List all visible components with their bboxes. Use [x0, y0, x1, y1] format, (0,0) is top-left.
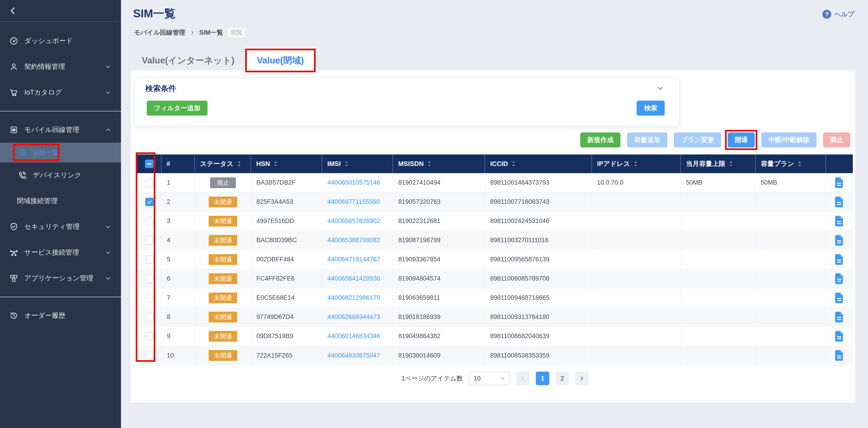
imsi-link[interactable]: 440065641428930 — [327, 275, 380, 282]
row-checkbox[interactable] — [145, 313, 154, 321]
breadcrumb-item[interactable]: モバイル回線管理 — [134, 28, 185, 37]
imsi-link[interactable]: 440069771155560 — [327, 198, 379, 206]
sidebar-item-label: 閉域接続管理 — [17, 196, 58, 206]
cell-select — [137, 307, 162, 327]
imsi-link[interactable]: 440065657828902 — [327, 217, 380, 225]
sort-icon[interactable] — [345, 161, 348, 167]
sidebar-item-service-connection[interactable]: サービス接続管理 — [0, 240, 121, 265]
sort-icon[interactable] — [237, 161, 241, 167]
sidebar-item-label: サービス接続管理 — [24, 248, 79, 257]
sidebar-item-contract-info[interactable]: 契約情報管理 — [0, 54, 121, 80]
search-button[interactable]: 検索 — [637, 101, 665, 116]
prev-page-button[interactable] — [516, 372, 530, 385]
cell-num: 5 — [162, 250, 195, 269]
column-label: 当月容量上限 — [686, 159, 725, 168]
row-checkbox[interactable] — [145, 255, 154, 264]
cell-status: 廃止 — [195, 173, 251, 192]
cell-msisdn: 819063659811 — [393, 288, 485, 307]
detail-button[interactable] — [834, 311, 844, 323]
column-header-iccid[interactable]: ICCID — [485, 154, 592, 173]
action-button-プラン変更[interactable]: プラン変更 — [674, 132, 721, 147]
action-button-廃止[interactable]: 廃止 — [823, 132, 850, 147]
chevron-right-icon — [579, 375, 585, 381]
sidebar-item-label: アプリケーション管理 — [24, 274, 93, 283]
imsi-link[interactable]: 440062666944473 — [327, 313, 380, 320]
row-checkbox[interactable] — [145, 351, 154, 360]
add-filter-button[interactable]: フィルター追加 — [147, 101, 208, 116]
imsi-link[interactable]: 440064833875047 — [327, 352, 380, 359]
sidebar-collapse-icon[interactable] — [8, 6, 18, 16]
column-header-plan[interactable]: 容量プラン — [756, 154, 826, 173]
detail-button[interactable] — [834, 292, 844, 304]
page-button-1[interactable]: 1 — [536, 372, 549, 385]
tab-value-closed[interactable]: Value(閉域) — [246, 50, 315, 70]
cell-plan — [755, 288, 826, 307]
detail-button[interactable] — [834, 215, 844, 227]
cell-text: 1 — [167, 179, 170, 186]
cell-detail — [826, 192, 852, 211]
sidebar-item-closed-network[interactable]: 閉域接続管理 — [0, 188, 121, 214]
tab-bar: Value(インターネット) Value(閉域) — [130, 50, 315, 70]
action-button-新規作成[interactable]: 新規作成 — [580, 132, 620, 147]
row-checkbox[interactable] — [145, 179, 154, 187]
sidebar-item-sim-list[interactable]: SIM一覧 — [0, 143, 121, 162]
tab-value-internet[interactable]: Value(インターネット) — [130, 50, 246, 70]
sort-icon[interactable] — [634, 161, 638, 167]
imsi-link[interactable]: 440060146834346 — [327, 333, 380, 340]
sidebar-item-order-history[interactable]: オーダー履歴 — [0, 303, 121, 329]
action-button-容量追加[interactable]: 容量追加 — [627, 132, 667, 147]
action-button-中断/中断解除[interactable]: 中断/中断解除 — [761, 132, 816, 147]
cell-text: BAC80D39BC — [256, 237, 297, 244]
column-header-status[interactable]: ステータス — [195, 154, 251, 173]
detail-button[interactable] — [834, 330, 844, 342]
sort-icon[interactable] — [274, 161, 277, 167]
imsi-link[interactable]: 440065368709082 — [327, 237, 380, 244]
sidebar-item-iot-catalog[interactable]: IoTカタログ — [0, 80, 121, 105]
column-header-hsn[interactable]: HSN — [251, 154, 322, 173]
cell-text: E0C5E68E14 — [256, 294, 295, 301]
sort-icon[interactable] — [798, 161, 802, 167]
row-checkbox[interactable] — [145, 274, 154, 283]
next-page-button[interactable] — [575, 372, 589, 385]
help-label: ヘルプ — [834, 10, 855, 19]
imsi-link[interactable]: 440064719144767 — [327, 256, 380, 263]
cell-msisdn: 819049864382 — [393, 327, 485, 346]
sidebar-item-mobile-line[interactable]: モバイル回線管理 — [0, 117, 121, 143]
sidebar-item-device-link[interactable]: デバイスリンク — [0, 162, 121, 188]
imsi-link[interactable]: 440065010575146 — [327, 179, 380, 186]
row-checkbox[interactable] — [145, 236, 154, 245]
cell-status: 未開通 — [195, 212, 251, 231]
detail-button[interactable] — [834, 177, 844, 189]
sidebar-item-dashboard[interactable]: ダッシュボード — [0, 28, 121, 54]
column-header-ip[interactable]: IPアドレス — [592, 154, 681, 173]
select-all-checkbox[interactable] — [145, 160, 153, 168]
sort-icon[interactable] — [512, 161, 516, 167]
row-checkbox[interactable] — [145, 332, 154, 340]
detail-button[interactable] — [834, 349, 844, 361]
page-size-select[interactable]: 10 — [469, 372, 510, 385]
action-button-開通[interactable]: 開通 — [727, 132, 755, 147]
detail-button[interactable] — [834, 254, 844, 265]
table-row: 3未開通4997E516DD44006565782890281902231268… — [137, 212, 852, 231]
row-checkbox[interactable] — [145, 294, 154, 302]
row-checkbox[interactable] — [145, 198, 154, 206]
column-header-msisdn[interactable]: MSISDN — [393, 154, 485, 173]
history-icon — [9, 311, 18, 320]
row-checkbox[interactable] — [145, 217, 154, 225]
page-button-2[interactable]: 2 — [555, 372, 569, 385]
detail-button[interactable] — [834, 235, 844, 246]
column-header-limit[interactable]: 当月容量上限 — [681, 154, 756, 173]
detail-button[interactable] — [834, 273, 844, 284]
cell-text: 819063659811 — [398, 294, 440, 301]
sort-icon[interactable] — [428, 161, 431, 167]
sidebar-item-application[interactable]: アプリケーション管理 — [0, 265, 121, 291]
column-label: ステータス — [200, 159, 234, 168]
chevron-down-icon[interactable] — [657, 85, 664, 93]
sort-icon[interactable] — [729, 161, 733, 167]
sidebar-item-security[interactable]: セキュリティ管理 — [0, 214, 121, 240]
detail-button[interactable] — [834, 196, 844, 208]
column-header-imsi[interactable]: IMSI — [322, 154, 393, 173]
cell-select — [137, 231, 162, 250]
help-button[interactable]: ? ヘルプ — [823, 10, 855, 19]
imsi-link[interactable]: 440068212986179 — [327, 294, 380, 301]
